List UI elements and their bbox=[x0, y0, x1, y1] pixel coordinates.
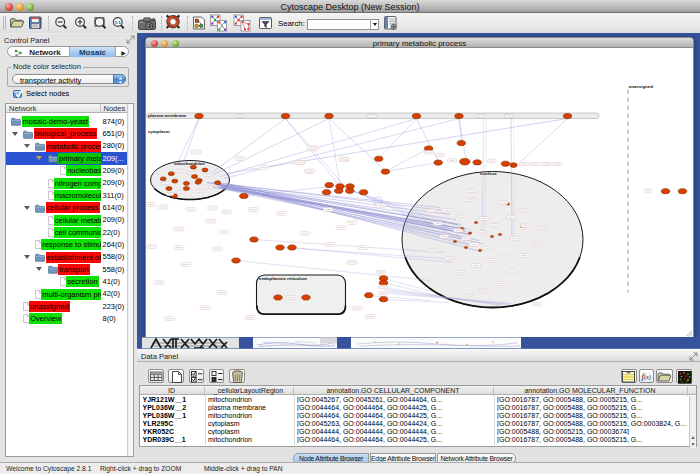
svg-text:endoplasmic reticulum: endoplasmic reticulum bbox=[259, 276, 307, 281]
svg-text:1:1: 1:1 bbox=[115, 20, 122, 25]
svg-text:nucleus: nucleus bbox=[480, 171, 497, 176]
svg-text:mitochondrion: mitochondrion bbox=[174, 161, 205, 166]
svg-text:plasma membrane: plasma membrane bbox=[148, 113, 187, 118]
svg-text:cytoplasm: cytoplasm bbox=[148, 129, 170, 134]
svg-text:unassigned: unassigned bbox=[629, 84, 654, 89]
